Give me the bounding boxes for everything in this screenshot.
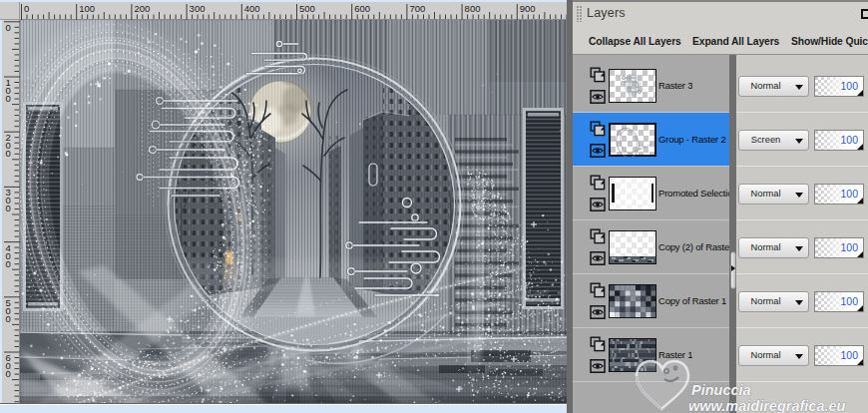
svg-text:500: 500 [299, 3, 315, 14]
svg-text:100: 100 [79, 3, 95, 14]
svg-text:www.maidiregrafica.eu: www.maidiregrafica.eu [688, 398, 846, 413]
svg-text:0: 0 [6, 368, 11, 379]
svg-text:900: 900 [520, 3, 536, 14]
svg-text:800: 800 [465, 3, 481, 14]
svg-text:0: 0 [6, 258, 11, 269]
svg-text:600: 600 [354, 3, 370, 14]
svg-text:Pinuccia: Pinuccia [691, 382, 751, 398]
svg-text:0: 0 [6, 93, 11, 104]
svg-text:200: 200 [134, 3, 150, 14]
svg-text:0: 0 [6, 203, 11, 213]
svg-text:300: 300 [190, 3, 206, 14]
svg-text:700: 700 [409, 3, 425, 14]
svg-text:0: 0 [6, 22, 11, 33]
svg-text:0: 0 [24, 3, 29, 14]
svg-text:0: 0 [6, 313, 11, 324]
svg-text:400: 400 [244, 3, 260, 14]
svg-text:0: 0 [6, 148, 11, 159]
